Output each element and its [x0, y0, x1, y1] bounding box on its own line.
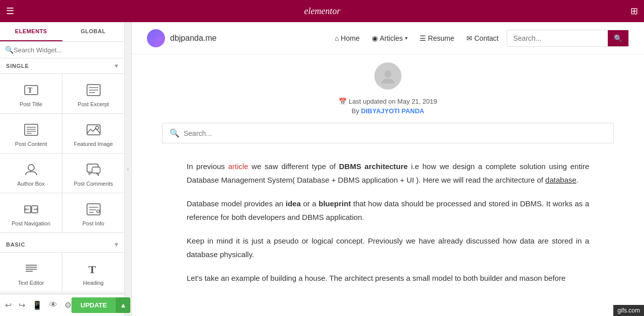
- undo-icon[interactable]: ↩: [5, 300, 12, 310]
- update-button[interactable]: UPDATE: [71, 297, 116, 313]
- svg-rect-18: [87, 204, 100, 215]
- widget-post-info[interactable]: Post Info: [62, 193, 124, 232]
- nav-home[interactable]: ⌂ Home: [335, 34, 360, 42]
- svg-rect-15: [92, 167, 100, 173]
- nav-contact[interactable]: ✉ Contact: [466, 34, 499, 42]
- sidebar-bottom-bar: ↩ ↪ 📱 👁 ⚙ UPDATE ▲: [0, 293, 124, 316]
- envelope-icon: ✉: [466, 34, 472, 42]
- post-content-icon: [23, 122, 39, 138]
- svg-point-12: [96, 126, 99, 129]
- widget-author-box-label: Author Box: [17, 181, 44, 187]
- bottom-bar: ↩ ↪ 📱 👁 ⚙ UPDATE ▲: [0, 294, 124, 316]
- site-search-input[interactable]: [507, 30, 608, 46]
- settings-icon[interactable]: ⚙: [64, 300, 71, 310]
- site-logo: dbjpanda.me: [147, 29, 217, 47]
- widget-heading-label: Heading: [83, 280, 104, 286]
- bottom-icons: ↩ ↪ 📱 👁 ⚙: [5, 300, 71, 310]
- tab-elements[interactable]: ELEMENTS: [0, 22, 62, 41]
- chevron-down-icon: ▾: [115, 62, 118, 69]
- sidebar-tabs: ELEMENTS GLOBAL: [0, 22, 124, 42]
- post-comments-icon: [86, 162, 102, 178]
- widget-text-editor-label: Text Editor: [18, 280, 44, 286]
- site-header: dbjpanda.me ⌂ Home ◉ Articles ▾ ☰ Resume…: [132, 22, 644, 54]
- site-search: 🔍: [507, 30, 629, 47]
- chevron-down-icon-basic: ▾: [115, 241, 118, 248]
- preview-icon[interactable]: 👁: [49, 300, 57, 310]
- main-layout: ELEMENTS GLOBAL 🔍 SINGLE ▾ T: [0, 22, 644, 316]
- post-info-icon: [86, 201, 102, 217]
- site-nav: ⌂ Home ◉ Articles ▾ ☰ Resume ✉ Contact: [335, 34, 499, 42]
- article-area: 📅 Last updated on May 21, 2019 By DIBYAJ…: [132, 54, 644, 316]
- article-avatar-area: [132, 54, 644, 94]
- widget-post-content[interactable]: Post Content: [0, 114, 62, 153]
- article-body: In previous article we saw different typ…: [146, 151, 629, 315]
- avatar: [374, 62, 401, 90]
- tab-global[interactable]: GLOBAL: [62, 22, 125, 41]
- svg-rect-6: [25, 124, 38, 135]
- widget-featured-image-label: Featured Image: [74, 141, 113, 147]
- svg-point-30: [384, 70, 391, 77]
- article-paragraph-4: Let's take an example of building a hous…: [187, 271, 589, 285]
- basic-widget-grid: Text Editor T Heading: [0, 252, 124, 292]
- search-input[interactable]: [14, 46, 119, 54]
- collapse-handle[interactable]: ‹: [125, 22, 132, 316]
- widget-post-comments[interactable]: Post Comments: [62, 153, 124, 193]
- database-link: database: [545, 176, 577, 184]
- content-search-input[interactable]: [184, 129, 606, 137]
- widget-post-excerpt-label: Post Excerpt: [77, 101, 109, 107]
- featured-image-icon: [86, 122, 102, 138]
- widget-post-excerpt[interactable]: Post Excerpt: [62, 74, 124, 113]
- site-logo-text: dbjpanda.me: [170, 34, 217, 43]
- single-widget-grid: T Post Title Post Ex: [0, 73, 124, 233]
- heading-icon: T: [86, 261, 102, 277]
- top-bar: ☰ elementor ⊞: [0, 0, 644, 22]
- widget-heading[interactable]: T Heading: [62, 253, 124, 292]
- single-section-header[interactable]: SINGLE ▾: [0, 58, 124, 73]
- search-icon: 🔍: [5, 46, 14, 54]
- nav-articles[interactable]: ◉ Articles ▾: [372, 34, 408, 42]
- widget-post-content-label: Post Content: [15, 141, 47, 147]
- post-title-icon: T: [23, 82, 39, 98]
- nav-resume[interactable]: ☰ Resume: [420, 34, 454, 42]
- elementor-logo: elementor: [20, 6, 624, 17]
- article-meta: 📅 Last updated on May 21, 2019 By DIBYAJ…: [132, 94, 644, 119]
- widget-post-navigation[interactable]: Post Navigation: [0, 193, 62, 232]
- post-navigation-icon: [23, 201, 39, 217]
- sidebar-content: SINGLE ▾ T Post Title: [0, 58, 124, 293]
- grid-icon[interactable]: ⊞: [630, 6, 638, 17]
- content-search-icon: 🔍: [170, 128, 180, 138]
- basic-section-header[interactable]: BASIC ▾: [0, 237, 124, 252]
- articles-icon: ◉: [372, 34, 378, 42]
- site-logo-circle: [147, 29, 165, 47]
- svg-text:T: T: [28, 87, 33, 94]
- widget-post-info-label: Post Info: [83, 220, 104, 226]
- widget-search-bar: 🔍: [0, 42, 124, 58]
- widget-featured-image[interactable]: Featured Image: [62, 114, 124, 153]
- widget-post-comments-label: Post Comments: [73, 181, 113, 187]
- widget-post-title-label: Post Title: [20, 101, 42, 107]
- author-link[interactable]: DIBYAJYOTI PANDA: [361, 107, 425, 115]
- svg-rect-11: [87, 125, 100, 135]
- widget-author-box[interactable]: Author Box: [0, 153, 62, 193]
- redo-icon[interactable]: ↪: [19, 300, 25, 310]
- update-dropdown-button[interactable]: ▲: [116, 297, 130, 313]
- gifs-badge: gifs.com: [613, 305, 644, 316]
- svg-point-13: [28, 165, 34, 171]
- basic-section-label: BASIC: [6, 242, 25, 248]
- svg-text:T: T: [89, 263, 96, 276]
- text-editor-icon: [23, 261, 39, 277]
- widget-post-title[interactable]: T Post Title: [0, 74, 62, 113]
- update-btn-wrapper: UPDATE ▲: [71, 297, 130, 313]
- content-area: dbjpanda.me ⌂ Home ◉ Articles ▾ ☰ Resume…: [132, 22, 644, 316]
- post-excerpt-icon: [86, 82, 102, 98]
- resume-icon: ☰: [420, 34, 426, 42]
- article-date: 📅 Last updated on May 21, 2019: [132, 98, 644, 105]
- devices-icon[interactable]: 📱: [32, 300, 42, 310]
- article-link[interactable]: article: [228, 162, 248, 171]
- site-search-button[interactable]: 🔍: [608, 30, 628, 46]
- menu-icon[interactable]: ☰: [6, 6, 14, 17]
- articles-dropdown-icon: ▾: [405, 35, 408, 41]
- svg-point-29: [151, 34, 160, 43]
- widget-text-editor[interactable]: Text Editor: [0, 253, 62, 292]
- calendar-icon: 📅: [339, 98, 347, 105]
